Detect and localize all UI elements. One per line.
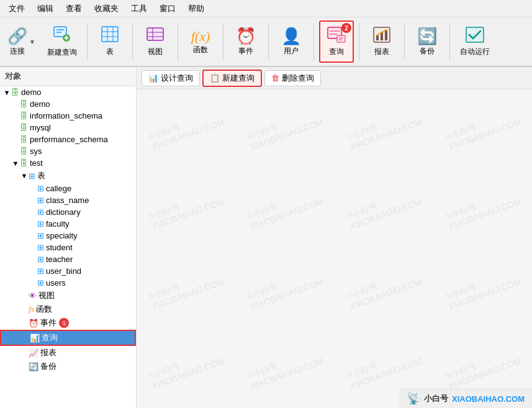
query-label: 查询 [329,47,344,57]
table-icon: ⊞ [37,278,44,288]
sidebar-item-funcs[interactable]: fx 函数 [0,302,136,316]
db-icon: 🗄 [20,99,28,109]
svg-rect-18 [337,35,345,42]
menu-edit[interactable]: 编辑 [31,1,60,17]
main-layout: 对象 ▼ 🗄 demo 🗄 demo 🗄 information_schema … [0,67,532,408]
table-icon: ⊞ [37,196,44,205]
sidebar-item-views[interactable]: 👁 视图 [0,289,136,302]
toolbar: 🔗 连接 ▼ 新建查询 [0,17,532,67]
arrow-demo-root: ▼ [2,89,11,96]
watermark-area: ⊙小白号XIAOBAIHAO.COM ⊙小白号XIAOBAIHAO.COM ⊙小… [137,89,532,408]
table-icon: ⊞ [37,255,44,264]
sidebar-label-reports: 报表 [40,347,56,358]
table-folder-icon: ⊞ [29,171,35,181]
separator-4 [223,23,223,60]
connect-dropdown[interactable]: ▼ [27,20,37,63]
svg-rect-22 [376,35,379,40]
connect-icon: 🔗 [7,27,27,46]
sidebar-item-queries[interactable]: 📊 查询 [0,330,136,346]
event-button[interactable]: ⏰ 事件 [228,20,263,63]
design-query-label: 设计查询 [161,73,193,84]
query-button[interactable]: 2 查询 [319,20,354,63]
report-folder-icon: 📈 [29,348,38,358]
delete-query-button[interactable]: 🗑 删除查询 [264,70,321,86]
user-label: 用户 [284,46,299,57]
sidebar-label-faculty: faculty [46,219,70,229]
sidebar-label-events: 事件 [40,317,56,329]
sidebar: 对象 ▼ 🗄 demo 🗄 demo 🗄 information_schema … [0,67,137,408]
connect-button[interactable]: 🔗 连接 ▼ [5,20,40,63]
sidebar-item-student[interactable]: ⊞ student [0,242,136,253]
sidebar-item-test[interactable]: ▼ 🗄 test [0,157,136,169]
sidebar-label-specialty: specialty [46,231,78,240]
auto-run-label: 自动运行 [460,47,490,57]
backup-label: 备份 [420,46,435,57]
function-button[interactable]: f(x) 函数 [183,20,218,63]
content-main: ⊙小白号XIAOBAIHAO.COM ⊙小白号XIAOBAIHAO.COM ⊙小… [137,89,532,408]
sidebar-label-views: 视图 [38,290,55,301]
view-button[interactable]: 视图 [138,20,173,63]
sidebar-item-user_bind[interactable]: ⊞ user_bind [0,265,136,277]
report-icon [373,27,390,47]
new-query-button[interactable]: 新建查询 [42,20,82,63]
menu-window[interactable]: 窗口 [153,1,182,17]
view-folder-icon: 👁 [29,291,37,301]
menu-help[interactable]: 帮助 [182,1,210,17]
sidebar-item-callege[interactable]: ⊞ callege [0,183,136,194]
auto-run-button[interactable]: 自动运行 [455,20,495,63]
sidebar-item-info-schema[interactable]: 🗄 information_schema [0,110,136,122]
new-query-content-button[interactable]: 📋 新建查询 [202,70,262,87]
delete-query-icon: 🗑 [271,73,279,83]
menu-tools[interactable]: 工具 [125,1,153,17]
svg-rect-6 [102,27,118,42]
new-query-icon [53,25,71,47]
content-toolbar: 📊 设计查询 📋 新建查询 🗑 删除查询 [137,67,532,89]
sidebar-item-demo-root[interactable]: ▼ 🗄 demo [0,86,136,98]
sidebar-label-perf: performance_schema [30,135,108,144]
table-icon: ⊞ [37,219,44,229]
sidebar-label-demo: demo [30,99,50,109]
footer-bar: 📡 小白号 XIAOBAIHAO.COM [399,389,532,408]
backup-button[interactable]: 🔄 备份 [410,20,444,63]
sidebar-item-mysql[interactable]: 🗄 mysql [0,122,136,134]
table-icon: ⊞ [37,207,44,217]
sidebar-item-specialty[interactable]: ⊞ specialty [0,230,136,242]
sidebar-item-sys[interactable]: 🗄 sys [0,145,136,157]
content-area: 📊 设计查询 📋 新建查询 🗑 删除查询 ⊙小白号XIAOBAIHAO.COM … [137,67,532,408]
db-icon: 🗄 [20,135,28,144]
report-button[interactable]: 报表 [364,20,399,63]
menu-favorites[interactable]: 收藏夹 [88,1,125,17]
sidebar-item-demo-db[interactable]: 🗄 demo [0,98,136,110]
menu-file[interactable]: 文件 [2,1,31,17]
sidebar-item-perf[interactable]: 🗄 performance_schema [0,134,136,145]
arrow-test: ▼ [11,160,20,167]
sidebar-label-teacher: teacher [46,255,73,264]
menu-view[interactable]: 查看 [60,1,88,17]
sidebar-item-dictionary[interactable]: ⊞ dictionary [0,206,136,218]
sidebar-item-faculty[interactable]: ⊞ faculty [0,218,136,230]
report-label: 报表 [374,47,389,57]
table-icon: ⊞ [37,243,44,252]
sidebar-item-tables[interactable]: ▼ ⊞ 表 [0,169,136,183]
new-query-content-label: 新建查询 [222,73,255,84]
footer-broadcast-icon: 📡 [407,392,420,406]
db-icon: 🗄 [11,88,19,97]
table-button[interactable]: 表 [92,20,127,63]
table-icon [101,26,119,47]
sidebar-item-users[interactable]: ⊞ users [0,277,136,289]
query-badge: 2 [341,23,351,33]
sidebar-item-backup[interactable]: 🔄 备份 [0,360,136,373]
svg-rect-23 [381,32,383,40]
sidebar-label-queries: 查询 [42,332,58,343]
sidebar-item-class_name[interactable]: ⊞ class_name [0,194,136,206]
backup-folder-icon: 🔄 [29,362,38,371]
user-button[interactable]: 👤 用户 [274,20,309,63]
sidebar-item-teacher[interactable]: ⊞ teacher [0,253,136,265]
function-label: 函数 [193,45,208,55]
auto-run-icon [466,27,484,47]
event-icon: ⏰ [236,27,256,46]
svg-rect-24 [385,30,387,40]
sidebar-item-events[interactable]: ⏰ 事件 ① [0,316,136,330]
sidebar-item-reports[interactable]: 📈 报表 [0,346,136,360]
design-query-button[interactable]: 📊 设计查询 [142,70,200,86]
